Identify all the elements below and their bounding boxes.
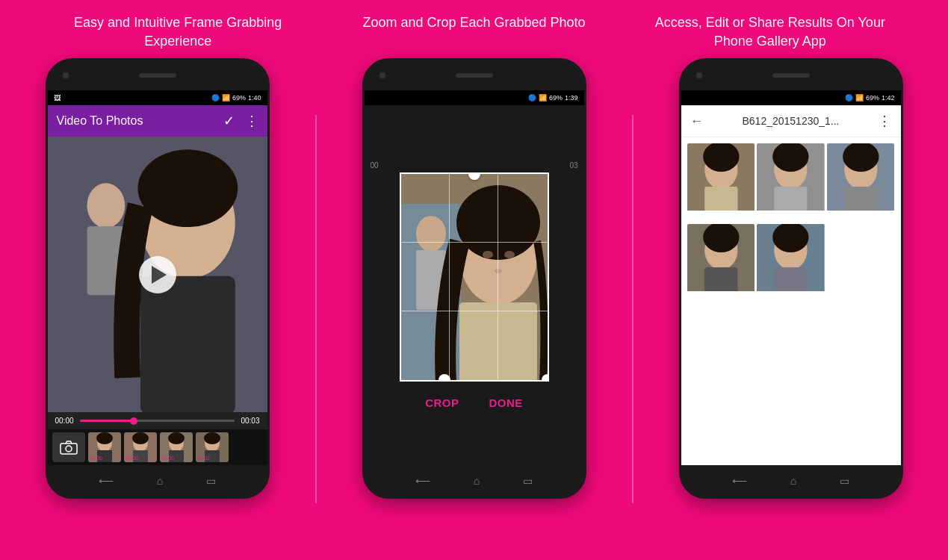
time-2: 1:39 xyxy=(565,94,578,102)
crop-time-start: 00 xyxy=(371,161,379,169)
phone-top-1 xyxy=(48,60,267,90)
timeline-bar[interactable] xyxy=(80,420,235,422)
svg-rect-38 xyxy=(704,187,737,211)
gallery-photo-2[interactable] xyxy=(757,143,825,221)
gallery-overflow-icon[interactable]: ⋮ xyxy=(878,113,891,129)
divider-2 xyxy=(632,115,633,503)
phone-bottom-2: ⟵ ⌂ ▭ xyxy=(365,465,584,497)
gallery-back-arrow[interactable]: ← xyxy=(690,113,704,129)
status-right-1: 🔵 📶 69% 1:40 xyxy=(211,94,261,102)
crop-time-row: 00 03 xyxy=(365,161,584,169)
phone-1: 🖼 🔵 📶 69% 1:40 Video To Photos ✓ ⋮ xyxy=(46,58,270,499)
thumb-item-2[interactable]: 00:00 xyxy=(124,432,157,462)
phone-top-2 xyxy=(365,60,584,90)
feature-title-2: Zoom and Crop Each Grabbed Photo xyxy=(354,13,593,51)
nav-recent-1[interactable]: ▭ xyxy=(206,475,216,487)
phone-bottom-1: ⟵ ⌂ ▭ xyxy=(48,465,267,497)
svg-point-5 xyxy=(137,150,238,228)
play-icon xyxy=(152,266,167,284)
speaker-3 xyxy=(772,73,810,78)
gallery-title: B612_20151230_1... xyxy=(742,115,839,127)
crop-time-end: 03 xyxy=(569,161,577,169)
gallery-photo-5[interactable] xyxy=(757,224,825,302)
gallery-empty-space xyxy=(681,308,901,466)
video-timeline: 00:00 00:03 xyxy=(48,412,267,429)
svg-point-7 xyxy=(66,446,72,452)
crop-area[interactable] xyxy=(400,172,549,382)
nav-back-2[interactable]: ⟵ xyxy=(415,475,430,487)
camera-dot-3 xyxy=(696,72,702,78)
thumb-item-4[interactable]: 00:02 xyxy=(196,432,229,462)
nav-home-1[interactable]: ⌂ xyxy=(157,475,163,487)
gallery-photo-4[interactable] xyxy=(687,224,755,302)
gallery-empty xyxy=(827,224,895,302)
battery-1: 69% xyxy=(232,94,246,102)
svg-point-1 xyxy=(87,184,125,228)
time-start: 00:00 xyxy=(55,417,74,425)
svg-point-15 xyxy=(132,432,149,444)
status-left-1: 🖼 xyxy=(54,94,61,102)
grid-h2 xyxy=(401,311,548,311)
nav-home-3[interactable]: ⌂ xyxy=(790,475,796,487)
grid-v2 xyxy=(498,174,498,380)
phone-top-3 xyxy=(681,60,901,90)
crop-handle-bottom-left[interactable] xyxy=(439,374,450,382)
battery-3: 69% xyxy=(866,94,879,102)
speaker-2 xyxy=(456,73,493,78)
status-bar-1: 🖼 🔵 📶 69% 1:40 xyxy=(48,90,267,105)
nav-recent-2[interactable]: ▭ xyxy=(523,475,533,487)
camera-dot-1 xyxy=(63,72,69,78)
app-bar-1: Video To Photos ✓ ⋮ xyxy=(48,105,267,137)
speaker-1 xyxy=(139,73,176,78)
thumbnails-row: 00:00 00:00 xyxy=(48,429,267,465)
grid-v1 xyxy=(449,174,450,380)
svg-rect-54 xyxy=(774,267,807,291)
crop-grid xyxy=(401,174,548,380)
thumb-item-1[interactable]: 00:00 xyxy=(88,432,121,462)
app-title-1: Video To Photos xyxy=(57,114,143,128)
timeline-dot xyxy=(130,417,137,425)
crop-button[interactable]: CROP xyxy=(425,396,459,409)
time-1: 1:40 xyxy=(248,94,261,102)
svg-rect-4 xyxy=(140,276,235,412)
svg-rect-50 xyxy=(704,267,737,291)
status-bar-3: 🔵 📶 69% 1:42 xyxy=(681,90,901,105)
overflow-menu-icon[interactable]: ⋮ xyxy=(245,113,258,129)
thumb-item-3[interactable]: 00:00 xyxy=(160,432,193,462)
divider-1 xyxy=(315,115,317,503)
nav-back-1[interactable]: ⟵ xyxy=(99,475,114,487)
nav-recent-3[interactable]: ▭ xyxy=(840,475,849,487)
nav-back-3[interactable]: ⟵ xyxy=(732,475,747,487)
time-3: 1:42 xyxy=(882,94,895,102)
thumb-time-3: 00:00 xyxy=(161,455,175,461)
feature-title-3: Access, Edit or Share Results On Your Ph… xyxy=(651,13,890,51)
svg-point-19 xyxy=(168,432,185,444)
gallery-photo-1[interactable] xyxy=(687,143,755,221)
gallery-photo-3[interactable] xyxy=(827,143,895,221)
video-area[interactable] xyxy=(48,137,267,412)
svg-rect-6 xyxy=(61,444,77,454)
app-bar-icons-1: ✓ ⋮ xyxy=(223,113,258,129)
phone-2: 🔵 📶 69% 1:39 00 03 xyxy=(362,58,586,499)
status-bar-2: 🔵 📶 69% 1:39 xyxy=(365,90,584,105)
svg-point-11 xyxy=(96,432,113,444)
done-button[interactable]: DONE xyxy=(489,396,523,409)
nav-home-2[interactable]: ⌂ xyxy=(474,475,480,487)
status-right-3: 🔵 📶 69% 1:42 xyxy=(845,94,895,102)
svg-point-23 xyxy=(204,432,220,444)
camera-dot-2 xyxy=(379,72,385,78)
check-icon[interactable]: ✓ xyxy=(223,113,235,129)
feature-title-1: Easy and Intuitive Frame Grabbing Experi… xyxy=(58,13,297,51)
camera-thumb[interactable] xyxy=(52,432,85,462)
grid-h1 xyxy=(401,242,548,243)
status-right-2: 🔵 📶 69% 1:39 xyxy=(528,94,578,102)
svg-rect-42 xyxy=(774,187,807,211)
thumb-time-4: 00:02 xyxy=(197,455,211,461)
thumb-time-1: 00:00 xyxy=(90,455,103,461)
crop-handle-bottom-right[interactable] xyxy=(542,374,549,382)
phone-3: 🔵 📶 69% 1:42 ← B612_20151230_1... ⋮ xyxy=(679,58,903,499)
thumb-time-2: 00:00 xyxy=(126,455,139,461)
play-button[interactable] xyxy=(139,256,176,293)
timeline-fill xyxy=(80,420,134,422)
time-end: 00:03 xyxy=(241,417,259,425)
